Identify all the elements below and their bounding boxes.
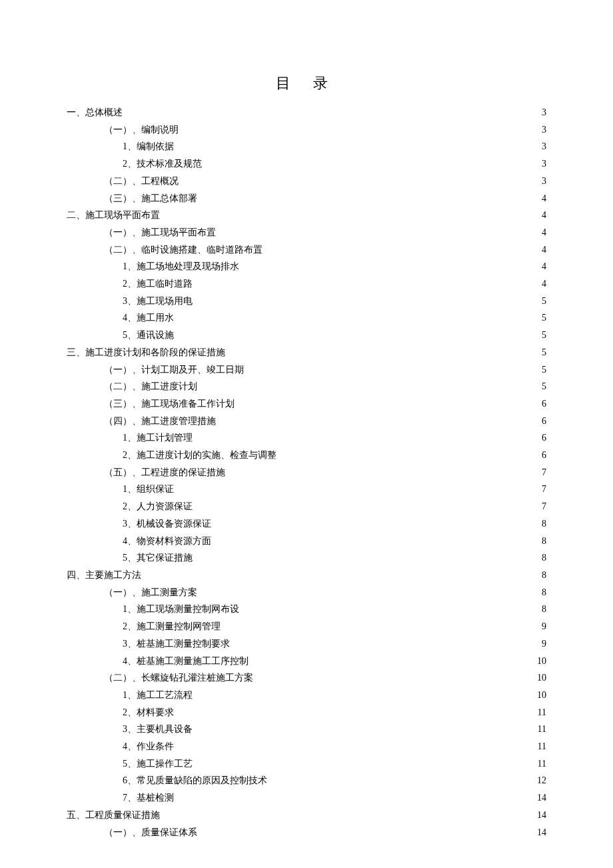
toc-entry-page: 6	[540, 429, 546, 447]
toc-entry[interactable]: 二、施工现场平面布置4	[67, 207, 546, 224]
toc-entry[interactable]: 1、施工计划管理6	[67, 429, 546, 447]
toc-entry[interactable]: （四）、施工进度管理措施6	[67, 413, 546, 430]
toc-entry-page: 7	[540, 464, 546, 481]
toc-title: 目 录	[67, 73, 546, 93]
toc-entry[interactable]: 1、施工工艺流程10	[67, 687, 546, 704]
toc-entry[interactable]: 7、基桩检测14	[67, 789, 546, 807]
toc-entry[interactable]: （二）、临时设施搭建、临时道路布置4	[67, 241, 546, 259]
toc-entry-page: 5	[540, 327, 546, 344]
toc-entry[interactable]: 2、技术标准及规范3	[67, 155, 546, 173]
toc-entry[interactable]: 3、机械设备资源保证8	[67, 515, 546, 533]
toc-entry-page: 8	[540, 584, 546, 601]
toc-entry-label: （三）、施工总体部署	[104, 190, 197, 207]
toc-entry[interactable]: 1、编制依据3	[67, 138, 546, 155]
toc-dot-leader	[193, 500, 540, 509]
toc-entry[interactable]: 2、材料要求11	[67, 704, 546, 721]
toc-dot-leader	[277, 449, 540, 458]
toc-entry[interactable]: 一、总体概述3	[67, 104, 546, 121]
toc-dot-leader	[197, 826, 536, 835]
toc-dot-leader	[225, 346, 540, 355]
toc-entry[interactable]: 4、施工用水5	[67, 309, 546, 327]
toc-entry-page: 14	[536, 807, 546, 824]
toc-dot-leader	[244, 363, 540, 373]
toc-dot-leader	[174, 140, 540, 149]
toc-entry-label: 4、施工用水	[123, 309, 174, 327]
toc-entry[interactable]: 2、施工临时道路4	[67, 275, 546, 293]
toc-entry[interactable]: 3、施工现场用电5	[67, 293, 546, 310]
toc-entry-page: 3	[540, 138, 546, 155]
toc-entry[interactable]: 4、桩基施工测量施工工序控制10	[67, 653, 546, 670]
toc-entry[interactable]: 5、其它保证措施8	[67, 549, 546, 567]
toc-entry-page: 11	[536, 721, 546, 738]
toc-entry-label: （一）、施工测量方案	[104, 584, 197, 601]
toc-entry[interactable]: （一）、编制说明3	[67, 121, 546, 139]
toc-entry-page: 8	[540, 601, 546, 618]
toc-entry-label: （三）、施工现场准备工作计划	[104, 395, 235, 413]
toc-entry-label: 3、主要机具设备	[123, 721, 193, 738]
toc-dot-leader	[239, 260, 540, 269]
toc-dot-leader	[197, 380, 540, 389]
toc-entry-page: 11	[536, 738, 546, 755]
toc-entry[interactable]: 3、桩基施工测量控制要求9	[67, 635, 546, 653]
toc-dot-leader	[160, 809, 536, 818]
toc-entry-page: 4	[540, 275, 546, 293]
toc-entry[interactable]: （五）、工程进度的保证措施7	[67, 464, 546, 481]
toc-entry[interactable]: 五、工程质量保证措施14	[67, 807, 546, 824]
toc-entry[interactable]: 1、施工现场测量控制网布设8	[67, 601, 546, 618]
toc-entry[interactable]: （三）、施工现场准备工作计划6	[67, 395, 546, 413]
toc-entry[interactable]: （二）、工程概况3	[67, 173, 546, 190]
toc-entry[interactable]: 6、常见质量缺陷的原因及控制技术12	[67, 772, 546, 789]
toc-dot-leader	[193, 551, 540, 561]
toc-dot-leader	[216, 415, 540, 424]
toc-entry[interactable]: 2、施工测量控制网管理9	[67, 618, 546, 635]
toc-entry-label: 4、桩基施工测量施工工序控制	[123, 653, 249, 670]
toc-entry-label: 6、常见质量缺陷的原因及控制技术	[123, 772, 267, 789]
table-of-contents: 一、总体概述3（一）、编制说明31、编制依据32、技术标准及规范3（二）、工程概…	[67, 104, 546, 841]
toc-entry[interactable]: （一）、施工测量方案8	[67, 584, 546, 601]
toc-entry-page: 7	[540, 481, 546, 498]
toc-entry-label: 2、施工测量控制网管理	[123, 618, 221, 635]
toc-entry-label: 2、施工临时道路	[123, 275, 193, 293]
toc-entry[interactable]: 三、施工进度计划和各阶段的保证措施5	[67, 344, 546, 361]
toc-entry-page: 11	[536, 704, 546, 721]
toc-entry[interactable]: 四、主要施工方法8	[67, 567, 546, 584]
toc-entry-label: 3、机械设备资源保证	[123, 515, 211, 533]
toc-entry-label: （一）、质量保证体系	[104, 824, 197, 841]
toc-entry[interactable]: 1、组织保证7	[67, 481, 546, 498]
toc-entry[interactable]: （一）、计划工期及开、竣工日期5	[67, 361, 546, 379]
toc-entry-page: 5	[540, 344, 546, 361]
toc-entry[interactable]: 4、物资材料资源方面8	[67, 533, 546, 550]
toc-entry-label: （二）、临时设施搭建、临时道路布置	[104, 241, 263, 259]
toc-entry[interactable]: 1、施工场地处理及现场排水4	[67, 258, 546, 275]
toc-entry-page: 8	[540, 515, 546, 533]
toc-dot-leader	[193, 689, 536, 698]
toc-entry[interactable]: （三）、施工总体部署4	[67, 190, 546, 207]
toc-entry-label: 1、组织保证	[123, 481, 174, 498]
toc-entry[interactable]: 4、作业条件11	[67, 738, 546, 755]
toc-entry[interactable]: 2、施工进度计划的实施、检查与调整6	[67, 447, 546, 464]
toc-dot-leader	[193, 277, 540, 287]
toc-dot-leader	[141, 569, 540, 578]
toc-entry-label: 一、总体概述	[67, 104, 123, 121]
toc-entry-page: 5	[540, 293, 546, 310]
toc-entry[interactable]: （一）、施工现场平面布置4	[67, 224, 546, 241]
toc-entry[interactable]: 5、施工操作工艺11	[67, 755, 546, 773]
toc-entry-page: 3	[540, 121, 546, 139]
toc-entry[interactable]: （二）、长螺旋钻孔灌注桩施工方案10	[67, 669, 546, 687]
toc-dot-leader	[249, 655, 536, 664]
toc-dot-leader	[160, 209, 540, 218]
toc-entry-page: 3	[540, 104, 546, 121]
toc-entry-label: （一）、施工现场平面布置	[104, 224, 216, 241]
toc-dot-leader	[230, 637, 540, 647]
toc-entry[interactable]: （二）、施工进度计划5	[67, 378, 546, 395]
toc-dot-leader	[235, 397, 540, 407]
toc-entry[interactable]: 5、通讯设施5	[67, 327, 546, 344]
toc-dot-leader	[225, 466, 540, 475]
toc-entry-label: （二）、施工进度计划	[104, 378, 197, 395]
toc-entry[interactable]: 3、主要机具设备11	[67, 721, 546, 738]
toc-dot-leader	[174, 706, 536, 715]
toc-dot-leader	[123, 106, 540, 115]
toc-entry[interactable]: 2、人力资源保证7	[67, 498, 546, 515]
toc-entry[interactable]: （一）、质量保证体系14	[67, 824, 546, 841]
toc-entry-label: 1、施工工艺流程	[123, 687, 193, 704]
